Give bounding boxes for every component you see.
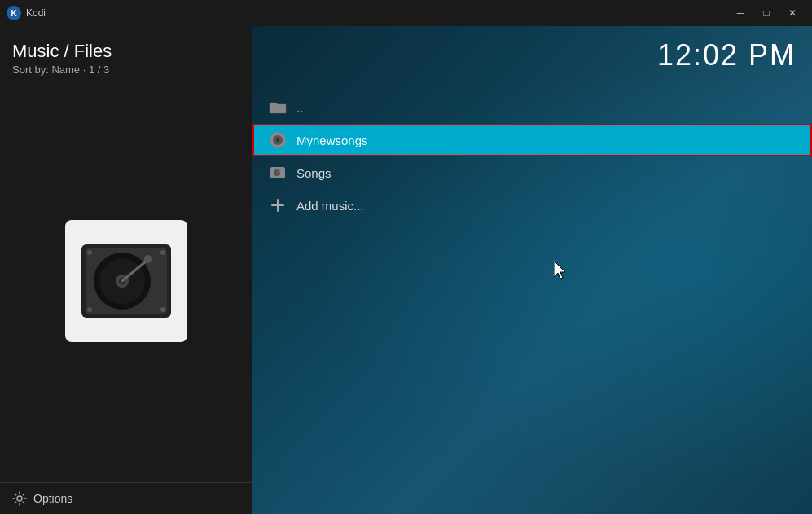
main-container: Music / Files Sort by: Name · 1 / 3 [0, 26, 812, 514]
sidebar-header: Music / Files Sort by: Name · 1 / 3 [0, 34, 252, 79]
svg-point-10 [87, 250, 92, 255]
svg-point-13 [160, 307, 165, 312]
parent-dir-label: .. [296, 101, 303, 115]
list-item-mynewsongs[interactable]: Mynewsongs [252, 124, 812, 156]
page-title: Music / Files [12, 41, 240, 62]
minimize-button[interactable]: ─ [727, 0, 753, 26]
mouse-cursor [554, 261, 570, 280]
clock: 12:02 PM [657, 38, 796, 72]
mynewsongs-label: Mynewsongs [296, 134, 368, 147]
sort-info: Sort by: Name · 1 / 3 [12, 64, 240, 76]
add-music-label: Add music... [296, 199, 364, 213]
title-bar-left: K Kodi [7, 6, 46, 20]
list-item-parent[interactable]: .. [252, 91, 812, 124]
title-bar: K Kodi ─ □ ✕ [0, 0, 812, 26]
svg-point-9 [144, 255, 152, 263]
close-button[interactable]: ✕ [779, 0, 805, 26]
svg-point-11 [160, 250, 165, 255]
svg-text:K: K [11, 9, 17, 18]
songs-label: Songs [296, 166, 331, 180]
sidebar: Music / Files Sort by: Name · 1 / 3 [0, 26, 252, 514]
maximize-button[interactable]: □ [753, 0, 779, 26]
svg-point-17 [276, 138, 279, 142]
file-list: .. Mynewsongs [252, 91, 812, 222]
list-item-songs[interactable]: Songs [252, 156, 812, 189]
app-title: Kodi [26, 7, 46, 19]
window-controls: ─ □ ✕ [727, 0, 805, 26]
sidebar-image-area [49, 79, 204, 482]
hdd-large-icon [77, 232, 175, 330]
music-folder-icon [269, 131, 287, 149]
options-label[interactable]: Options [33, 492, 72, 505]
gear-icon [12, 491, 27, 506]
svg-point-14 [17, 496, 22, 501]
add-icon [269, 196, 287, 214]
hdd-thumbnail [65, 220, 187, 342]
sidebar-bottom: Options [0, 482, 252, 514]
folder-icon [269, 99, 287, 116]
kodi-logo-icon: K [7, 6, 21, 20]
svg-point-12 [87, 307, 92, 312]
list-item-add-music[interactable]: Add music... [252, 189, 812, 222]
hdd-small-icon [269, 164, 287, 182]
content-area: 12:02 PM .. [252, 26, 812, 514]
